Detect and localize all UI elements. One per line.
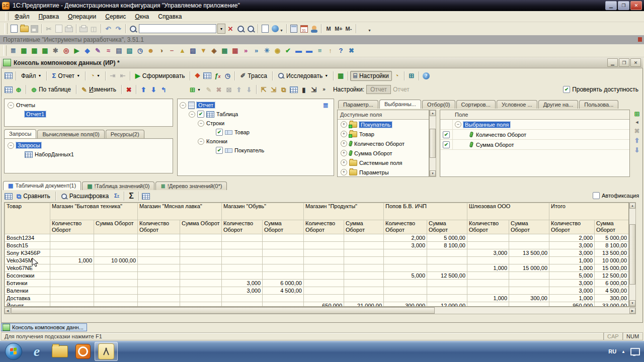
language-indicator[interactable]: RU [608, 348, 616, 354]
find-icon[interactable] [128, 24, 138, 34]
tree-item-rows[interactable]: −Строки [178, 119, 334, 128]
sheet-subheader[interactable]: Количество Оборот [467, 220, 509, 234]
save-settings-icon[interactable]: ◔ [392, 71, 402, 81]
tree-item-columns[interactable]: −Колонки [178, 137, 334, 146]
sheet-subheader[interactable]: Сумма Оборот [427, 220, 467, 234]
sheet-cell[interactable]: 650,000 [304, 302, 344, 307]
spreadsheet[interactable]: ТоварМагазин "Бытовая техника"Магазин "М… [4, 202, 629, 307]
sheet-cell[interactable] [344, 295, 384, 302]
sum-selected-icon[interactable]: ΣΣ [112, 191, 122, 201]
reorder-icon[interactable]: ↰ [158, 84, 169, 95]
memory-plus-button[interactable]: M+ [334, 24, 344, 34]
sheet-row-name[interactable]: Veko67NE [5, 264, 50, 272]
sheet-cell[interactable] [94, 234, 138, 242]
dev-help-icon[interactable]: ? [336, 46, 346, 56]
sheet-cell[interactable]: 1,000 [549, 264, 595, 272]
available-field-1[interactable]: +Товар [338, 129, 429, 139]
memory-button[interactable]: M [324, 24, 334, 34]
spreadsheet-hscrollbar[interactable]: ◀ ▶ [4, 307, 636, 314]
sheet-row-name[interactable]: Veko345M [5, 257, 50, 264]
sheet-cell[interactable]: 3,000 [549, 287, 595, 295]
sheet-cell[interactable] [344, 264, 384, 272]
minimize-button[interactable]: ▁ [605, 1, 617, 10]
sheet-subheader[interactable]: Сумма Оборот [595, 220, 629, 234]
network-icon[interactable] [630, 348, 640, 355]
sheet-subheader[interactable]: Количество Оборот [138, 220, 180, 234]
sheet-cell[interactable] [509, 272, 549, 280]
memory-minus-button[interactable]: M- [344, 24, 354, 34]
sheet-cell[interactable] [384, 257, 427, 264]
shield-icon[interactable]: ❖ [192, 71, 202, 81]
sheet-cell[interactable] [467, 242, 509, 249]
sheet-cell[interactable] [344, 242, 384, 249]
sheet-cell[interactable] [180, 242, 222, 249]
sheet-cell[interactable] [384, 264, 427, 272]
form-settings-icon[interactable] [4, 71, 14, 81]
tree-item-dataset1[interactable]: НаборДанных1 [5, 150, 173, 159]
sheet-cell[interactable]: 10 000,00 [94, 257, 138, 264]
sheet-cell[interactable]: 4 500,00 [595, 287, 629, 295]
sheet-cell[interactable] [263, 302, 304, 307]
sheet-cell[interactable]: 1,000 [467, 295, 509, 302]
sheet-cell[interactable]: 300,000 [384, 302, 427, 307]
sheet-row-name[interactable]: Доставка [5, 295, 50, 302]
console-minimize-button[interactable]: ▁ [607, 58, 618, 67]
sheet-cell[interactable]: 8 100,00 [595, 242, 629, 249]
sheet-cell[interactable]: 12 500,00 [595, 272, 629, 280]
sheet-cell[interactable] [467, 302, 509, 307]
sheet-cell[interactable] [384, 287, 427, 295]
clear-search-icon[interactable]: ✕ [225, 24, 235, 34]
dev-edit-icon[interactable]: ✎ [93, 46, 103, 56]
fx-icon[interactable]: ƒx [212, 71, 222, 81]
tree-item-report1[interactable]: Отчет1 [5, 110, 173, 119]
sheet-cell[interactable]: 5 000,00 [595, 234, 629, 242]
sheet-cell[interactable] [509, 287, 549, 295]
sheet-cell[interactable]: 13 500,00 [509, 249, 549, 257]
dev-journal-icon[interactable]: ▤ [114, 46, 124, 56]
dev-search-icon[interactable]: ◎ [61, 46, 71, 56]
tray-expand-icon[interactable]: ▲ [621, 349, 625, 354]
sheet-cell[interactable] [384, 249, 427, 257]
sheet-cell[interactable] [138, 249, 180, 257]
settings-tab-3[interactable]: Сортиров... [456, 100, 496, 109]
available-field-2[interactable]: +Количество Оборот [338, 139, 429, 148]
sheet-load-icon[interactable]: ⇲ [269, 84, 279, 95]
dev-user-icon[interactable]: ☻ [145, 46, 156, 56]
settings-tab-4[interactable]: Условное ... [497, 100, 537, 109]
available-fields-header[interactable]: Доступные поля [338, 110, 429, 120]
structure-delete-icon[interactable]: ✖ [214, 84, 224, 95]
edit-button[interactable]: ✎Изменить [78, 84, 119, 95]
add-structure-icon[interactable]: ⊞▼ [187, 85, 204, 95]
sheet-cell[interactable]: 5 000,00 [427, 234, 467, 242]
sheet-subheader[interactable]: Сумма Оборот [94, 220, 138, 234]
move-down-icon[interactable]: ⬇ [148, 84, 158, 95]
sheet-cell[interactable] [94, 287, 138, 295]
settings-tab-5[interactable]: Другие на... [538, 100, 579, 109]
sheet-cell[interactable] [180, 272, 222, 280]
delete-field-icon[interactable]: ✖ [634, 128, 640, 134]
console-restore-button[interactable]: ❐ [619, 58, 629, 67]
dev-query-icon[interactable]: ▩ [219, 46, 230, 56]
sheet-row-name[interactable]: Bosch15 [5, 242, 50, 249]
sheet-cell[interactable] [94, 302, 138, 307]
trace-button[interactable]: ✐Трасса [237, 71, 270, 81]
sheet-group-header-6[interactable]: Итого [549, 203, 629, 220]
compare-button[interactable]: ⧉Сравнить [14, 191, 53, 201]
sheet-cell[interactable] [263, 264, 304, 272]
report-form-icon[interactable] [4, 84, 14, 95]
spreadsheet-vscrollbar[interactable]: ▲▼ [629, 202, 636, 307]
dev-window-2-icon[interactable]: ▬ [304, 46, 314, 56]
internet-explorer-icon[interactable]: e [25, 342, 48, 361]
dev-tree-icon[interactable]: ≡ [314, 46, 325, 56]
sheet-cell[interactable] [180, 302, 222, 307]
sheet-cell[interactable] [509, 280, 549, 287]
sheet-cell[interactable] [263, 242, 304, 249]
sheet-group-header-2[interactable]: Магазин "Обувь" [222, 203, 304, 220]
sigma-icon[interactable]: Σ [126, 191, 136, 201]
clock-icon[interactable]: ◷ [222, 71, 232, 81]
structure-up-icon[interactable]: ⬆ [234, 84, 244, 95]
sheet-cell[interactable]: 3,000 [222, 280, 263, 287]
mdi-window-button[interactable]: Консоль компоновок данн... [1, 323, 87, 331]
sheet-cell[interactable] [50, 234, 94, 242]
start-button[interactable] [2, 342, 25, 361]
